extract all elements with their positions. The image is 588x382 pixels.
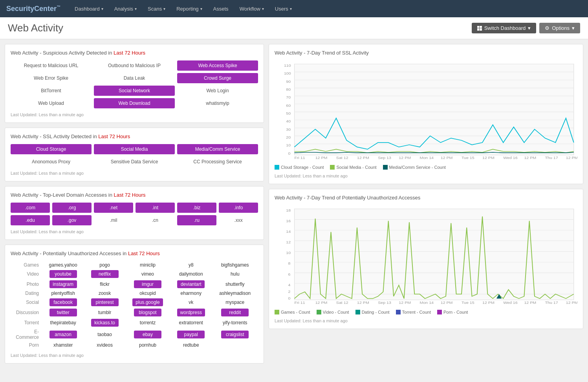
list-item[interactable]: paypal [170, 328, 212, 341]
list-item[interactable]: kickass.to [84, 318, 125, 328]
suspicious-cell[interactable]: whatismyip [177, 98, 258, 108]
domain-cell[interactable]: .int [136, 203, 175, 213]
domain-last-updated: Last Updated: Less than a minute ago [11, 229, 258, 234]
domain-cell[interactable]: .edu [11, 215, 50, 225]
ssl-cell[interactable]: Social Media [94, 144, 175, 154]
domain-cell[interactable]: .cn [136, 215, 175, 225]
list-item[interactable]: ebay [125, 328, 170, 341]
domain-cell[interactable]: .com [11, 203, 50, 213]
list-item: extratorrent [170, 318, 212, 328]
nav-users[interactable]: Users ▾ [270, 4, 297, 14]
media-comm-legend-dot [383, 165, 388, 170]
list-item[interactable]: twitter [42, 307, 84, 318]
suspicious-cell[interactable]: Social Network [94, 86, 175, 96]
svg-text:12 PM: 12 PM [524, 301, 536, 305]
list-item: hulu [212, 269, 258, 279]
list-item[interactable]: netflix [84, 269, 125, 279]
list-item: dailymotion [170, 269, 212, 279]
unauth-chart-last-updated: Last Updated: Less than a minute ago [275, 318, 577, 323]
list-item[interactable]: craigslist [212, 328, 258, 341]
list-item[interactable]: deviantart [170, 279, 212, 289]
svg-text:40: 40 [286, 119, 291, 123]
list-item: myspace [212, 297, 258, 307]
svg-text:12 PM: 12 PM [315, 301, 328, 305]
domain-cell[interactable]: .ru [177, 215, 216, 225]
porn-legend-dot [437, 310, 442, 314]
list-item: tumblr [84, 307, 125, 318]
list-item[interactable]: pinterest [84, 297, 125, 307]
ssl-cell[interactable]: Sensitive Data Service [94, 157, 175, 167]
domain-cell[interactable]: .biz [177, 203, 216, 213]
svg-text:12 PM: 12 PM [399, 156, 411, 160]
nav-reporting[interactable]: Reporting ▾ [172, 4, 207, 14]
category-cell: Torrent [11, 318, 42, 328]
category-cell: E-Commerce [11, 328, 42, 341]
list-item[interactable]: plus.google [125, 297, 170, 307]
suspicious-cell[interactable]: Request to Malicious URL [11, 60, 92, 71]
suspicious-cell[interactable]: Web Login [177, 86, 258, 96]
domain-cell[interactable]: .org [52, 203, 92, 213]
list-item[interactable]: blogspot [125, 307, 170, 318]
main-content: Web Activity - Suspicious Activity Detec… [0, 39, 588, 368]
suspicious-cell[interactable]: Web Upload [11, 98, 92, 108]
suspicious-cell[interactable]: BitTorrent [11, 86, 92, 96]
suspicious-cell[interactable]: Web Error Spike [11, 73, 92, 83]
svg-text:12 PM: 12 PM [441, 156, 453, 160]
suspicious-cell[interactable]: Web Download [94, 98, 175, 108]
domain-cell[interactable]: .xxx [219, 215, 258, 225]
switch-dashboard-button[interactable]: Switch Dashboard ▾ [472, 23, 537, 33]
list-item[interactable]: amazon [42, 328, 84, 341]
list-item: zoosk [84, 289, 125, 297]
list-item[interactable]: reddit [212, 307, 258, 318]
ssl-chart-last-updated: Last Updated: Less than a minute ago [275, 174, 577, 178]
ssl-cell[interactable]: CC Processing Service [177, 157, 258, 167]
svg-text:12 PM: 12 PM [524, 156, 536, 160]
brand-logo: SecurityCenter™ [6, 5, 60, 13]
list-item[interactable]: instagram [42, 279, 84, 289]
nav-analysis[interactable]: Analysis ▾ [110, 4, 141, 14]
chevron-down-icon: ▾ [135, 7, 137, 11]
nav-dashboard[interactable]: Dashboard ▾ [70, 4, 108, 14]
options-button[interactable]: ⚙ Options ▾ [539, 23, 580, 33]
list-item[interactable]: facebook [42, 297, 84, 307]
nav-assets[interactable]: Assets [209, 4, 233, 14]
suspicious-cell[interactable]: Web Access Spike [177, 60, 258, 71]
table-row: Gamesgames.yahoopogominiclipy8bigfishgam… [11, 261, 258, 269]
nav-menu: Dashboard ▾ Analysis ▾ Scans ▾ Reporting… [70, 4, 582, 14]
ssl-chart-svg: .axis-label { font-size: 8px; fill: #999… [275, 60, 577, 163]
ssl-cell[interactable]: Anonomous Proxy [11, 157, 92, 167]
svg-text:30: 30 [286, 127, 291, 131]
category-cell: Porn [11, 341, 42, 349]
nav-workflow[interactable]: Workflow ▾ [235, 4, 269, 14]
table-row: Torrentthepiratebaykickass.totorrentzext… [11, 318, 258, 328]
table-row: Photoinstagramflickrimgurdeviantartshutt… [11, 279, 258, 289]
domain-row1: .com.org.net.int.biz.info [11, 203, 258, 213]
ssl-cell[interactable]: Cloud Storage [11, 144, 92, 154]
category-cell: Discussion [11, 307, 42, 318]
suspicious-cell[interactable]: Data Leak [94, 73, 175, 83]
list-item: ashleymadison [212, 289, 258, 297]
suspicious-cell[interactable]: Crowd Surge [177, 73, 258, 83]
ssl-chart-title: Web Activity - 7-Day Trend of SSL Activi… [275, 50, 577, 56]
suspicious-activity-grid: Request to Malicious URLOutbound to Mali… [11, 60, 258, 108]
domain-cell[interactable]: .mil [94, 215, 133, 225]
domain-cell[interactable]: .info [219, 203, 258, 213]
svg-text:60: 60 [286, 103, 291, 107]
list-item: yify-torrents [212, 318, 258, 328]
unauth-chart-panel: Web Activity - 7-Day Trend of Potentiall… [269, 189, 583, 329]
list-item[interactable]: youtube [42, 269, 84, 279]
nav-scans[interactable]: Scans ▾ [143, 4, 170, 14]
ssl-cell[interactable]: Media/Comm Service [177, 144, 258, 154]
svg-text:12 PM: 12 PM [566, 156, 577, 160]
svg-text:10: 10 [286, 143, 291, 147]
ssl-chart-panel: Web Activity - 7-Day Trend of SSL Activi… [269, 44, 583, 184]
brand-text: SecurityCenter™ [6, 5, 60, 13]
domain-cell[interactable]: .net [94, 203, 133, 213]
video-legend-dot [317, 310, 321, 314]
list-item: vk [170, 297, 212, 307]
svg-text:Sat 12: Sat 12 [336, 301, 348, 305]
list-item[interactable]: wordpress [170, 307, 212, 318]
domain-cell[interactable]: .gov [52, 215, 92, 225]
list-item[interactable]: imgur [125, 279, 170, 289]
suspicious-cell[interactable]: Outbound to Malicious IP [94, 60, 175, 71]
